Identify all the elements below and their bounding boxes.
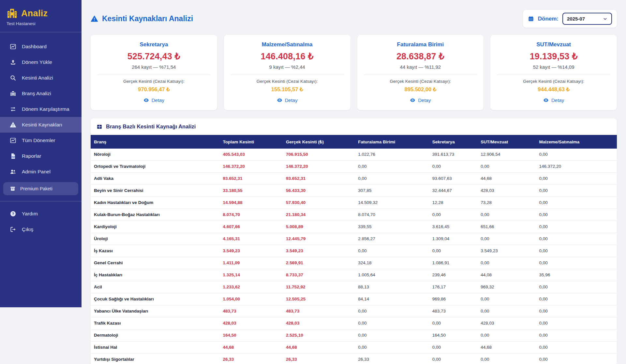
billing-unit-cell: 0,00 — [355, 342, 429, 354]
total-deduction-cell: 428,03 — [219, 317, 283, 329]
table-row: İstisnai Hal 44,68 44,68 0,00 0,00 44,68… — [91, 342, 617, 354]
hospital-logo-icon — [7, 8, 18, 19]
total-deduction-cell: 26,33 — [219, 354, 283, 364]
branch-table: Branş Toplam Kesinti Gerçek Kesinti (₺) … — [91, 135, 617, 364]
branch-name-cell: İç Hastalıkları — [91, 269, 219, 281]
sidebar-item-kesinti-analizi[interactable]: Kesinti Analizi — [0, 70, 82, 86]
sidebar-footer-nav: ? Yardım Çıkış — [0, 201, 82, 237]
procurement-cell: 0,00 — [536, 149, 617, 161]
card-meta: 9 kayıt — %2,44 — [229, 64, 346, 70]
sidebar-item-label: Dönem Yükle — [22, 59, 52, 65]
secretariat-cell: 0,00 — [429, 209, 477, 221]
sidebar-item-dashboard[interactable]: Dashboard — [0, 39, 82, 54]
secretariat-cell: 12,28 — [429, 197, 477, 209]
detail-link[interactable]: Detay — [543, 97, 564, 103]
total-deduction-cell: 164,50 — [219, 329, 283, 342]
detail-link[interactable]: Detay — [410, 97, 431, 103]
card-title: Sekretarya — [95, 41, 213, 48]
table-row: Acil 1.233,62 11.752,92 88,13 176,17 969… — [91, 281, 617, 293]
app-logo: Analiz — [0, 0, 82, 19]
table-section-title-text: Branş Bazlı Kesinti Kaynağı Analizi — [106, 124, 196, 130]
branch-name-cell: Üroloji — [91, 233, 219, 245]
sidebar-item-donem-karsilastirma[interactable]: Dönem Karşılaştırma — [0, 101, 82, 117]
sidebar-item-raporlar[interactable]: PDF Raporlar — [0, 148, 82, 164]
sidebar-item-cikis[interactable]: Çıkış — [0, 222, 82, 237]
total-deduction-cell: 33.180,55 — [219, 185, 283, 197]
premium-package-button[interactable]: Premium Paketi — [3, 182, 78, 195]
table-row: Trafik Kazası 428,03 428,03 0,00 0,00 42… — [91, 317, 617, 329]
question-circle-icon: ? — [10, 211, 16, 217]
svg-text:PDF: PDF — [12, 156, 15, 158]
real-deduction-cell: 11.752,92 — [283, 281, 355, 293]
table-row: Ortopedi ve Travmatoloji 146.372,20 146.… — [91, 161, 617, 173]
procurement-cell: 0,00 — [536, 185, 617, 197]
period-select[interactable]: 2025-07 — [562, 13, 612, 25]
sidebar-item-yardim[interactable]: ? Yardım — [0, 206, 82, 222]
total-deduction-cell: 483,73 — [219, 305, 283, 317]
sut-cell: 12.906,54 — [477, 149, 536, 161]
table-header: Branş Toplam Kesinti Gerçek Kesinti (₺) … — [91, 135, 617, 149]
total-deduction-cell: 405.543,03 — [219, 149, 283, 161]
sut-cell: 969,32 — [477, 281, 536, 293]
sidebar-item-label: Raporlar — [22, 153, 41, 159]
table-row: İş Kazası 3.549,23 3.549,23 0,00 0,00 3.… — [91, 245, 617, 257]
summary-card-malzeme-satinalma: Malzeme/Satınalma 146.408,16 ₺ 9 kayıt —… — [224, 35, 350, 110]
procurement-cell: 0,00 — [536, 245, 617, 257]
procurement-cell: 0,00 — [536, 173, 617, 185]
card-divider — [97, 75, 211, 75]
secretariat-cell: 32.444,67 — [429, 185, 477, 197]
detail-link[interactable]: Detay — [143, 97, 164, 103]
column-header: Faturalama Birimi — [355, 135, 429, 149]
premium-package-label: Premium Paketi — [20, 186, 52, 191]
detail-label: Detay — [418, 97, 431, 103]
real-deduction-cell: 21.180,34 — [283, 209, 355, 221]
sidebar-item-kesinti-kaynaklari[interactable]: Kesinti Kaynakları — [0, 117, 82, 133]
real-deduction-cell: 146.372,20 — [283, 161, 355, 173]
sidebar-item-tum-donemler[interactable]: Tüm Dönemler — [0, 133, 82, 148]
billing-unit-cell: 26,33 — [355, 354, 429, 364]
branch-name-cell: İstisnai Hal — [91, 342, 219, 354]
card-title: Malzeme/Satınalma — [229, 41, 346, 48]
secretariat-cell: 3.616,45 — [429, 221, 477, 233]
procurement-cell: 0,00 — [536, 317, 617, 329]
table-row: İç Hastalıkları 1.325,14 8.733,37 1.005,… — [91, 269, 617, 281]
card-real-amount: 155.105,57 ₺ — [229, 86, 346, 93]
detail-link[interactable]: Detay — [277, 97, 298, 103]
table-row: Adli Vaka 93.652,31 93.652,31 0,00 93.60… — [91, 173, 617, 185]
sut-cell: 0,00 — [477, 257, 536, 269]
sidebar-item-admin-panel[interactable]: Admin Panel — [0, 164, 82, 180]
procurement-cell: 0,00 — [536, 354, 617, 364]
real-deduction-cell: 57.930,40 — [283, 197, 355, 209]
branch-name-cell: İş Kazası — [91, 245, 219, 257]
warning-triangle-icon — [91, 15, 98, 22]
branch-table-card: Branş Bazlı Kesinti Kaynağı Analizi Bran… — [91, 118, 617, 364]
billing-unit-cell: 339,55 — [355, 221, 429, 233]
real-deduction-cell: 93.652,31 — [283, 173, 355, 185]
billing-unit-cell: 0,00 — [355, 329, 429, 342]
procurement-cell: 0,00 — [536, 293, 617, 305]
secretariat-cell: 164,50 — [429, 329, 477, 342]
sut-cell: 0,00 — [477, 209, 536, 221]
secretariat-cell: 0,00 — [429, 317, 477, 329]
sut-cell: 0,00 — [477, 305, 536, 317]
billing-unit-cell: 88,13 — [355, 281, 429, 293]
column-header: SUT/Mevzuat — [477, 135, 536, 149]
sidebar-item-donem-yukle[interactable]: Dönem Yükle — [0, 54, 82, 70]
card-divider — [231, 75, 344, 75]
sut-cell: 3.549,23 — [477, 245, 536, 257]
table-row: Çocuk Sağlığı ve Hastalıkları 1.054,00 1… — [91, 293, 617, 305]
card-real-label: Gerçek Kesinti (Cezai Katsayı): — [229, 79, 346, 84]
swap-arrows-icon — [10, 106, 16, 112]
sut-cell: 651,66 — [477, 221, 536, 233]
card-real-amount: 895.502,00 ₺ — [362, 86, 479, 93]
card-amount: 146.408,16 ₺ — [229, 51, 346, 62]
branch-name-cell: Genel Cerrahi — [91, 257, 219, 269]
sut-cell: 0,00 — [477, 161, 536, 173]
sidebar-item-brans-analizi[interactable]: Branş Analizi — [0, 86, 82, 101]
billing-unit-cell: 324,18 — [355, 257, 429, 269]
billing-unit-cell: 0,00 — [355, 305, 429, 317]
total-deduction-cell: 8.074,70 — [219, 209, 283, 221]
summary-card-sekretarya: Sekretarya 525.724,43 ₺ 264 kayıt — %71,… — [91, 35, 217, 110]
branch-name-cell: Ortopedi ve Travmatoloji — [91, 161, 219, 173]
real-deduction-cell: 26,33 — [283, 354, 355, 364]
